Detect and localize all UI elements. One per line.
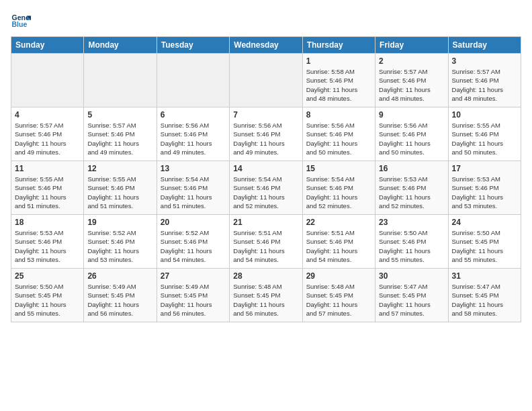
day-info: Sunrise: 5:56 AM Sunset: 5:46 PM Dayligh…: [306, 121, 371, 156]
day-info: Sunrise: 5:57 AM Sunset: 5:46 PM Dayligh…: [15, 121, 80, 156]
day-number: 26: [87, 271, 152, 281]
calendar-cell: 22Sunrise: 5:51 AM Sunset: 5:46 PM Dayli…: [302, 215, 375, 269]
day-number: 4: [15, 110, 80, 120]
day-info: Sunrise: 5:51 AM Sunset: 5:46 PM Dayligh…: [233, 228, 298, 264]
calendar-cell: 24Sunrise: 5:50 AM Sunset: 5:45 PM Dayli…: [448, 215, 521, 269]
day-info: Sunrise: 5:57 AM Sunset: 5:46 PM Dayligh…: [452, 67, 517, 103]
calendar-table: SundayMondayTuesdayWednesdayThursdayFrid…: [11, 36, 521, 322]
day-number: 22: [306, 218, 371, 227]
day-number: 24: [452, 218, 517, 227]
svg-text:Blue: Blue: [12, 20, 28, 28]
day-number: 18: [15, 218, 80, 227]
day-number: 9: [379, 110, 444, 120]
calendar-cell: 26Sunrise: 5:49 AM Sunset: 5:45 PM Dayli…: [84, 269, 157, 322]
day-number: 14: [233, 164, 298, 173]
calendar-cell: 12Sunrise: 5:55 AM Sunset: 5:46 PM Dayli…: [84, 161, 157, 215]
col-header-monday: Monday: [84, 37, 157, 54]
calendar-cell: 9Sunrise: 5:56 AM Sunset: 5:46 PM Daylig…: [375, 107, 448, 161]
day-info: Sunrise: 5:47 AM Sunset: 5:45 PM Dayligh…: [379, 282, 444, 318]
calendar-cell: 2Sunrise: 5:57 AM Sunset: 5:46 PM Daylig…: [375, 54, 448, 107]
day-number: 27: [161, 271, 226, 281]
calendar-cell: 17Sunrise: 5:53 AM Sunset: 5:46 PM Dayli…: [448, 161, 521, 215]
col-header-friday: Friday: [375, 37, 448, 54]
day-info: Sunrise: 5:56 AM Sunset: 5:46 PM Dayligh…: [379, 121, 444, 156]
calendar-cell: 20Sunrise: 5:52 AM Sunset: 5:46 PM Dayli…: [157, 215, 229, 269]
day-number: 16: [379, 164, 444, 173]
day-info: Sunrise: 5:55 AM Sunset: 5:46 PM Dayligh…: [452, 121, 517, 156]
day-info: Sunrise: 5:50 AM Sunset: 5:45 PM Dayligh…: [452, 228, 517, 264]
calendar-cell: [230, 54, 302, 107]
calendar-cell: 15Sunrise: 5:54 AM Sunset: 5:46 PM Dayli…: [302, 161, 375, 215]
calendar-cell: 28Sunrise: 5:48 AM Sunset: 5:45 PM Dayli…: [230, 269, 302, 322]
day-info: Sunrise: 5:48 AM Sunset: 5:45 PM Dayligh…: [233, 282, 298, 318]
day-info: Sunrise: 5:50 AM Sunset: 5:45 PM Dayligh…: [15, 282, 80, 318]
calendar-cell: 4Sunrise: 5:57 AM Sunset: 5:46 PM Daylig…: [11, 107, 84, 161]
calendar-cell: 25Sunrise: 5:50 AM Sunset: 5:45 PM Dayli…: [11, 269, 84, 322]
calendar-cell: 30Sunrise: 5:47 AM Sunset: 5:45 PM Dayli…: [375, 269, 448, 322]
day-number: 29: [306, 271, 371, 281]
day-info: Sunrise: 5:51 AM Sunset: 5:46 PM Dayligh…: [306, 228, 371, 264]
calendar-cell: 14Sunrise: 5:54 AM Sunset: 5:46 PM Dayli…: [230, 161, 302, 215]
page-header: General Blue: [11, 11, 521, 31]
day-info: Sunrise: 5:55 AM Sunset: 5:46 PM Dayligh…: [87, 175, 152, 210]
day-number: 11: [15, 164, 80, 173]
calendar-cell: 23Sunrise: 5:50 AM Sunset: 5:46 PM Dayli…: [375, 215, 448, 269]
col-header-sunday: Sunday: [11, 37, 84, 54]
day-number: 25: [15, 271, 80, 281]
calendar-cell: 11Sunrise: 5:55 AM Sunset: 5:46 PM Dayli…: [11, 161, 84, 215]
day-number: 1: [306, 56, 371, 66]
col-header-tuesday: Tuesday: [157, 37, 229, 54]
calendar-cell: 5Sunrise: 5:57 AM Sunset: 5:46 PM Daylig…: [84, 107, 157, 161]
calendar-cell: 3Sunrise: 5:57 AM Sunset: 5:46 PM Daylig…: [448, 54, 521, 107]
calendar-cell: 16Sunrise: 5:53 AM Sunset: 5:46 PM Dayli…: [375, 161, 448, 215]
calendar-cell: 18Sunrise: 5:53 AM Sunset: 5:46 PM Dayli…: [11, 215, 84, 269]
calendar-cell: 1Sunrise: 5:58 AM Sunset: 5:46 PM Daylig…: [302, 54, 375, 107]
day-number: 30: [379, 271, 444, 281]
col-header-wednesday: Wednesday: [230, 37, 302, 54]
day-number: 15: [306, 164, 371, 173]
day-info: Sunrise: 5:56 AM Sunset: 5:46 PM Dayligh…: [161, 121, 226, 156]
calendar-cell: [11, 54, 84, 107]
day-info: Sunrise: 5:49 AM Sunset: 5:45 PM Dayligh…: [161, 282, 226, 318]
day-number: 7: [233, 110, 298, 120]
day-number: 20: [161, 218, 226, 227]
day-info: Sunrise: 5:57 AM Sunset: 5:46 PM Dayligh…: [87, 121, 152, 156]
day-info: Sunrise: 5:52 AM Sunset: 5:46 PM Dayligh…: [161, 228, 226, 264]
day-number: 2: [379, 56, 444, 66]
calendar-cell: 10Sunrise: 5:55 AM Sunset: 5:46 PM Dayli…: [448, 107, 521, 161]
day-number: 12: [87, 164, 152, 173]
day-info: Sunrise: 5:48 AM Sunset: 5:45 PM Dayligh…: [306, 282, 371, 318]
day-info: Sunrise: 5:47 AM Sunset: 5:45 PM Dayligh…: [452, 282, 517, 318]
calendar-cell: 19Sunrise: 5:52 AM Sunset: 5:46 PM Dayli…: [84, 215, 157, 269]
day-info: Sunrise: 5:53 AM Sunset: 5:46 PM Dayligh…: [452, 175, 517, 210]
day-number: 17: [452, 164, 517, 173]
day-info: Sunrise: 5:55 AM Sunset: 5:46 PM Dayligh…: [15, 175, 80, 210]
calendar-cell: 6Sunrise: 5:56 AM Sunset: 5:46 PM Daylig…: [157, 107, 229, 161]
day-number: 8: [306, 110, 371, 120]
day-info: Sunrise: 5:57 AM Sunset: 5:46 PM Dayligh…: [379, 67, 444, 103]
logo-icon: General Blue: [11, 11, 31, 31]
calendar-cell: 27Sunrise: 5:49 AM Sunset: 5:45 PM Dayli…: [157, 269, 229, 322]
day-number: 31: [452, 271, 517, 281]
day-number: 19: [87, 218, 152, 227]
day-info: Sunrise: 5:56 AM Sunset: 5:46 PM Dayligh…: [233, 121, 298, 156]
day-number: 10: [452, 110, 517, 120]
day-number: 3: [452, 56, 517, 66]
day-info: Sunrise: 5:54 AM Sunset: 5:46 PM Dayligh…: [161, 175, 226, 210]
calendar-cell: 13Sunrise: 5:54 AM Sunset: 5:46 PM Dayli…: [157, 161, 229, 215]
day-number: 5: [87, 110, 152, 120]
day-info: Sunrise: 5:54 AM Sunset: 5:46 PM Dayligh…: [306, 175, 371, 210]
calendar-cell: 7Sunrise: 5:56 AM Sunset: 5:46 PM Daylig…: [230, 107, 302, 161]
calendar-cell: 31Sunrise: 5:47 AM Sunset: 5:45 PM Dayli…: [448, 269, 521, 322]
logo: General Blue: [11, 11, 34, 31]
col-header-thursday: Thursday: [302, 37, 375, 54]
day-info: Sunrise: 5:53 AM Sunset: 5:46 PM Dayligh…: [379, 175, 444, 210]
calendar-cell: 8Sunrise: 5:56 AM Sunset: 5:46 PM Daylig…: [302, 107, 375, 161]
day-number: 23: [379, 218, 444, 227]
day-info: Sunrise: 5:49 AM Sunset: 5:45 PM Dayligh…: [87, 282, 152, 318]
calendar-cell: 29Sunrise: 5:48 AM Sunset: 5:45 PM Dayli…: [302, 269, 375, 322]
day-number: 6: [161, 110, 226, 120]
day-number: 13: [161, 164, 226, 173]
day-info: Sunrise: 5:54 AM Sunset: 5:46 PM Dayligh…: [233, 175, 298, 210]
day-info: Sunrise: 5:58 AM Sunset: 5:46 PM Dayligh…: [306, 67, 371, 103]
